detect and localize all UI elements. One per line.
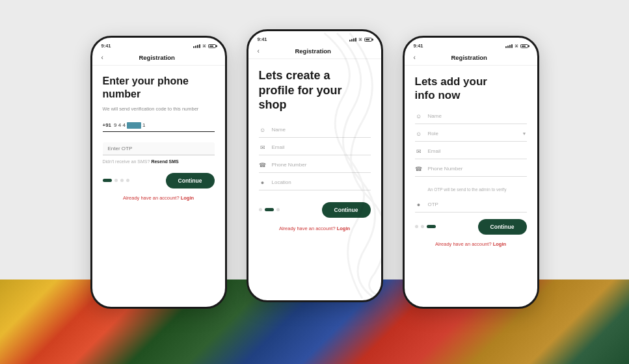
otp-note: An OTP will be send to the admin to veri… [415,179,527,198]
phone-digit-end: 1 [142,122,145,128]
field-name-3[interactable]: ☺ Name [415,109,527,124]
back-arrow-3[interactable]: ‹ [414,54,416,61]
signal-bars-2 [349,37,356,42]
phone-3-dots [415,225,436,228]
phone-1-login-link: Already have an account? Login [103,195,215,201]
phone-3-dots-row: Continue [415,219,527,235]
field-phone-3[interactable]: ☎ Phone Number [415,162,527,177]
phone-1-subtitle: We will send verification code to this n… [103,106,215,113]
phone-icon-3: ☎ [415,166,423,172]
dot-2-3 [276,208,280,211]
phone-2-login-link: Already have an account? Login [259,226,371,231]
phone-1-dots-row: Continue [103,173,215,188]
email-icon-2: ✉ [259,144,267,151]
phone-2-icons: ⌘ [349,37,372,42]
phone-3-title: Lets add yourinfo now [415,75,527,103]
phone-2-dots [259,208,280,211]
phone-3: 9:41 ⌘ ‹ Registration Lets add yourinf [403,36,539,309]
field-email-2[interactable]: ✉ Email [259,140,371,155]
field-role-3[interactable]: ☺ Role ▼ [415,127,527,142]
signal-bar-3-3 [509,45,511,48]
signal-bar-2-3 [353,38,355,42]
field-location-2[interactable]: ● Location [259,176,371,190]
person-icon-2: ☺ [259,127,267,133]
dropdown-arrow-role: ▼ [522,131,527,136]
signal-bar-3-2 [507,46,509,48]
dot-3-2 [421,225,424,228]
phone-2-header: 9:41 ⌘ [248,31,381,45]
signal-bar-2-1 [349,40,351,42]
phone-1-icons: ⌘ [193,44,216,48]
phone-1-nav-title: Registration [109,54,216,61]
phone-3-time: 9:41 [414,43,423,49]
dot-1-3 [120,179,124,182]
wifi-icon: ⌘ [202,44,206,48]
phone-3-continue-btn[interactable]: Continue [478,219,527,235]
signal-bars-3 [505,44,513,48]
phone-1-content: Enter your phone number We will send ver… [92,66,225,210]
dot-3-3 [427,225,436,228]
field-otp-3[interactable]: ● OTP [415,198,527,213]
back-arrow-1[interactable]: ‹ [101,54,103,61]
signal-bar-3-4 [511,44,513,48]
phone-2-continue-btn[interactable]: Continue [322,202,371,218]
signal-bar-2-4 [355,38,356,42]
phone-3-nav: ‹ Registration [405,51,537,66]
signal-bar-3 [197,45,198,48]
phone-1-header: 9:41 ⌘ [92,38,225,51]
phone-1-nav: ‹ Registration [92,51,225,66]
signal-bars [193,44,200,48]
phone-1-title: Enter your phone number [103,75,215,101]
email-icon-3: ✉ [415,148,423,155]
phone-2-title: Lets create aprofile for yourshop [259,68,371,112]
phone-digits: 9 4 4 [114,122,126,128]
field-email-3[interactable]: ✉ Email [415,144,527,159]
battery-icon-3 [520,44,528,48]
person-icon-3b: ☺ [415,131,423,137]
dot-1-2 [114,179,118,182]
phone-3-login-link: Already have an account? Login [415,241,527,247]
phones-container: 9:41 ⌘ ‹ Registration Enter your phone n… [0,36,629,309]
phone-2-login-action[interactable]: Login [337,226,350,231]
phone-3-login-action[interactable]: Login [493,241,506,247]
signal-bar-3-1 [505,46,507,48]
phone-2-nav: ‹ Registration [248,45,381,59]
phone-2-content: Lets create aprofile for yourshop ☺ Name… [248,59,381,240]
phone-2-nav-title: Registration [265,47,372,55]
dot-3-1 [415,225,418,228]
phone-3-content: Lets add yourinfo now ☺ Name ☺ Role ▼ ✉ … [405,66,537,256]
signal-bar-1 [193,46,194,48]
wifi-icon-2: ⌘ [358,37,362,42]
battery-fill-2 [366,39,369,40]
dot-2-1 [259,208,262,211]
phone-3-nav-title: Registration [421,54,528,61]
field-name-2[interactable]: ☺ Name [259,123,371,138]
dot-1-4 [126,179,129,182]
dot-1-1 [103,179,112,182]
battery-icon-2 [364,38,372,42]
phone-3-icons: ⌘ [505,44,528,48]
dot-2-2 [265,208,274,211]
battery-icon [208,44,216,48]
phone-2: 9:41 ⌘ ‹ Registration Lets create apro [247,29,383,302]
phone-icon-2: ☎ [259,162,267,168]
country-code: +91 [103,122,112,128]
phone-2-time: 9:41 [258,36,267,42]
signal-bar-2 [195,46,196,48]
phone-2-dots-row: Continue [259,202,371,218]
phone-input-row[interactable]: +91 9 4 4 1 [103,122,215,132]
field-phone-2[interactable]: ☎ Phone Number [259,158,371,173]
resend-text: Didn't receive an SMS? Resend SMS [103,159,215,164]
phone-1-login-action[interactable]: Login [181,195,194,201]
otp-input[interactable] [103,142,215,155]
resend-link[interactable]: Resend SMS [151,159,178,164]
back-arrow-2[interactable]: ‹ [258,47,260,55]
phone-1-dots [103,179,129,182]
phone-1-continue-btn[interactable]: Continue [166,173,215,188]
person-icon-3a: ☺ [415,113,423,120]
number-display: 9 4 4 1 [114,122,145,129]
location-icon-2: ● [259,179,267,186]
cursor-block [127,122,141,129]
signal-bar-2-2 [351,39,353,42]
phone-1: 9:41 ⌘ ‹ Registration Enter your phone n… [90,36,227,309]
